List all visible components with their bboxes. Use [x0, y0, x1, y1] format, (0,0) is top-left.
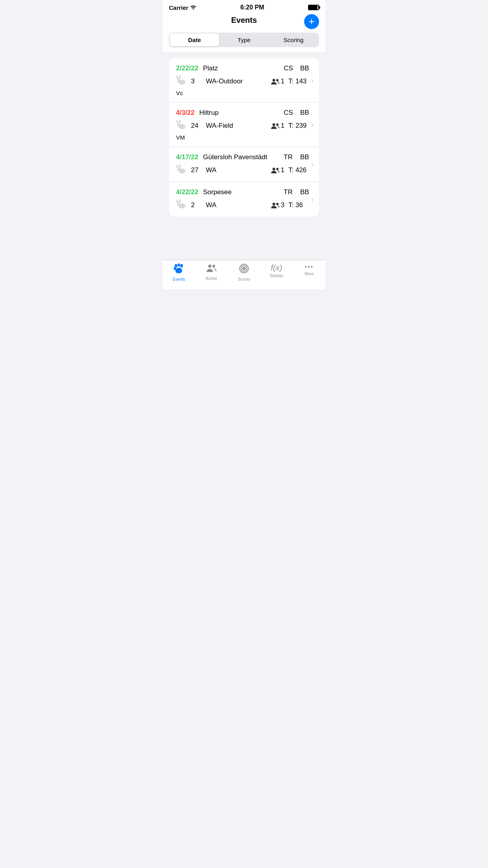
event-people-count: 1: [281, 122, 284, 130]
svg-point-20: [178, 169, 179, 170]
svg-point-28: [178, 204, 179, 205]
svg-point-13: [184, 125, 186, 127]
event-tag: Vc: [176, 90, 183, 96]
rabbit-icon: [176, 199, 187, 211]
event-discipline: WA: [206, 201, 267, 209]
tab-events[interactable]: Events: [167, 263, 191, 281]
svg-point-7: [276, 79, 279, 81]
svg-point-27: [179, 199, 181, 203]
svg-point-18: [176, 164, 179, 169]
svg-point-1: [177, 79, 181, 83]
people-group: 3: [271, 201, 284, 209]
status-time: 6:20 PM: [240, 4, 264, 11]
event-name: Sorpesee: [203, 188, 279, 196]
event-number: 3: [191, 77, 202, 85]
svg-point-26: [176, 199, 179, 204]
page-header: Events +: [163, 13, 325, 29]
main-content: 2/22/22 Platz CS BB: [163, 52, 325, 260]
tab-statistic-label: Statistic: [270, 274, 283, 278]
event-name: Hiltrup: [199, 109, 279, 117]
event-total: T: 239: [288, 122, 312, 130]
segment-date[interactable]: Date: [170, 33, 219, 46]
event-discipline: WA-Outdoor: [206, 77, 267, 85]
rabbit-icon: [176, 164, 187, 176]
rabbit-icon: [176, 75, 187, 87]
svg-point-19: [179, 164, 181, 168]
people-group: 1: [271, 122, 284, 130]
svg-point-21: [184, 169, 186, 171]
svg-point-17: [177, 168, 181, 171]
event-scoring: BB: [300, 188, 312, 196]
tab-more[interactable]: ••• More: [297, 263, 321, 281]
svg-point-33: [178, 263, 180, 267]
event-people-count: 1: [281, 77, 284, 85]
list-item[interactable]: 4/22/22 Sorpesee TR BB: [169, 182, 319, 217]
chevron-right-icon: ›: [311, 160, 314, 169]
svg-point-14: [272, 123, 275, 126]
event-people-count: 1: [281, 166, 284, 174]
svg-point-9: [177, 124, 181, 127]
svg-point-30: [272, 203, 275, 206]
list-item[interactable]: 4/17/22 Gütersloh Pavenstädt TR BB: [169, 147, 319, 182]
event-name: Gütersloh Pavenstädt: [203, 153, 279, 161]
paw-icon: [173, 263, 184, 276]
event-type: CS: [284, 64, 295, 72]
svg-point-11: [179, 120, 181, 124]
svg-point-36: [208, 265, 211, 268]
rabbit-icon: [176, 120, 187, 132]
event-date: 4/3/22: [176, 109, 194, 117]
event-scoring: BB: [300, 109, 312, 117]
people-group: 1: [271, 166, 284, 174]
dots-icon: •••: [305, 263, 314, 270]
svg-point-12: [178, 125, 179, 126]
list-item[interactable]: 2/22/22 Platz CS BB: [169, 58, 319, 103]
fx-icon: f(x): [271, 263, 282, 272]
svg-point-23: [276, 168, 279, 170]
segment-container: Date Type Scoring: [163, 29, 325, 52]
event-total: T: 36: [288, 201, 312, 209]
svg-point-34: [180, 264, 183, 268]
tab-events-label: Events: [173, 277, 185, 281]
svg-point-6: [272, 79, 275, 82]
event-type: TR: [284, 188, 295, 196]
events-card: 2/22/22 Platz CS BB: [169, 58, 319, 217]
segment-control: Date Type Scoring: [169, 33, 319, 47]
event-type: TR: [284, 153, 295, 161]
event-people-count: 3: [281, 201, 284, 209]
event-scoring: BB: [300, 153, 312, 161]
event-total: T: 426: [288, 166, 312, 174]
add-event-button[interactable]: +: [304, 14, 319, 29]
svg-point-31: [276, 203, 279, 205]
people-group: 1: [271, 77, 284, 85]
event-name: Platz: [203, 64, 279, 72]
tab-archer[interactable]: Archer: [200, 263, 223, 281]
svg-point-41: [244, 268, 244, 269]
svg-point-22: [272, 168, 275, 171]
event-date: 4/22/22: [176, 188, 198, 196]
svg-point-5: [184, 81, 186, 83]
tab-more-label: More: [305, 272, 314, 276]
chevron-right-icon: ›: [311, 76, 314, 85]
tab-bar: Events Archer Scores f(x) Statistic: [163, 260, 325, 289]
svg-point-3: [179, 75, 181, 79]
chevron-right-icon: ›: [311, 121, 314, 129]
carrier-label: Carrier: [169, 4, 188, 11]
target-icon: [239, 263, 249, 276]
event-scoring: BB: [300, 64, 312, 72]
svg-point-15: [276, 123, 279, 126]
tab-statistic[interactable]: f(x) Statistic: [265, 263, 288, 281]
tab-scores[interactable]: Scores: [232, 263, 256, 281]
svg-point-25: [177, 203, 181, 206]
event-type: CS: [284, 109, 295, 117]
event-number: 27: [191, 166, 202, 174]
svg-point-10: [176, 120, 179, 125]
svg-point-4: [178, 81, 179, 81]
tab-archer-label: Archer: [205, 276, 217, 281]
status-bar: Carrier 6:20 PM: [163, 0, 325, 13]
people-icon: [206, 263, 217, 275]
segment-scoring[interactable]: Scoring: [269, 33, 318, 46]
segment-type[interactable]: Type: [219, 33, 269, 46]
page-title: Events: [231, 16, 257, 25]
list-item[interactable]: 4/3/22 Hiltrup CS BB: [169, 103, 319, 147]
carrier-info: Carrier: [169, 4, 196, 11]
